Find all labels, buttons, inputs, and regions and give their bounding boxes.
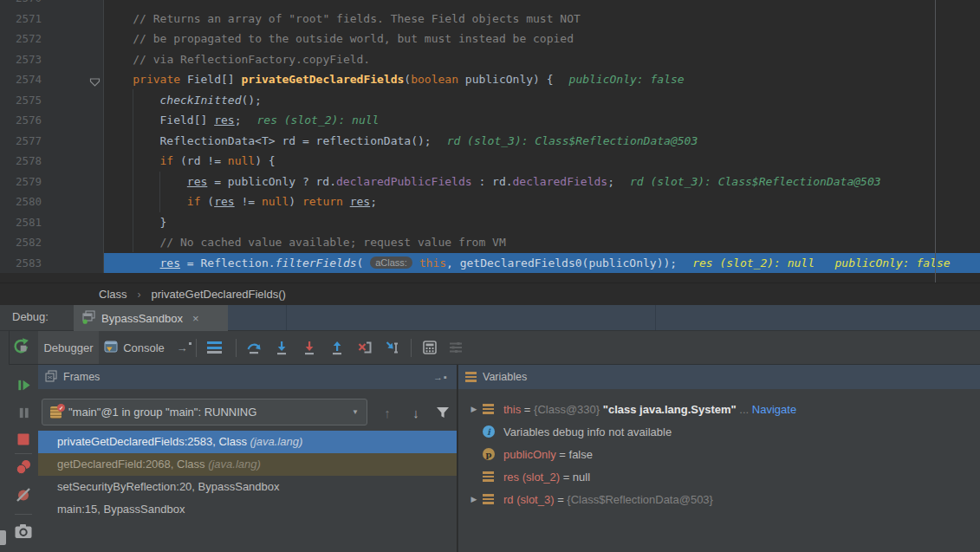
line-number[interactable]: 2573 xyxy=(16,53,42,66)
show-execution-point-icon[interactable] xyxy=(201,331,227,364)
code-line[interactable]: 2578if (rd != null) { xyxy=(0,151,980,172)
line-number[interactable]: 2571 xyxy=(16,12,42,25)
stack-frame-row[interactable]: privateGetDeclaredFields:2583, Class (ja… xyxy=(38,431,457,453)
tab-console[interactable]: Console xyxy=(99,331,170,364)
equals-sign: = xyxy=(555,493,568,506)
variables-info-row[interactable]: iVariables debug info not available xyxy=(458,420,980,443)
step-over-icon[interactable] xyxy=(243,331,265,364)
gutter[interactable]: 2579 xyxy=(0,172,104,192)
stop-icon[interactable] xyxy=(15,431,32,448)
code-line[interactable]: 2572// be propagated to the outside worl… xyxy=(0,29,980,49)
gutter[interactable]: 2571 xyxy=(0,9,104,29)
gutter[interactable]: 2573 xyxy=(0,49,104,70)
code-token: if xyxy=(187,195,201,208)
line-number[interactable]: 2576 xyxy=(16,114,42,127)
evaluate-expression-icon[interactable] xyxy=(418,331,442,364)
variable-value: {Class$ReflectionData@503} xyxy=(567,493,713,506)
gutter[interactable]: 2575 xyxy=(0,90,104,111)
line-number[interactable]: 2572 xyxy=(16,32,42,45)
view-breakpoints-icon[interactable] xyxy=(15,458,32,476)
close-icon[interactable]: × xyxy=(192,312,199,325)
code-line[interactable]: 2575checkInitted(); xyxy=(0,90,980,111)
code-token: , getDeclaredFields0(publicOnly)); xyxy=(446,257,677,270)
code-line[interactable]: 2582// No cached value available; reques… xyxy=(0,232,980,253)
stack-frame-row[interactable]: setSecurityByReflection:20, BypassSandbo… xyxy=(38,476,457,498)
breadcrumb-item-method[interactable]: privateGetDeclaredFields() xyxy=(152,288,286,301)
code-token: ( xyxy=(404,73,411,86)
navigate-link[interactable]: Navigate xyxy=(752,403,796,416)
code-line[interactable]: 2571// Returns an array of "root" fields… xyxy=(0,9,980,29)
breadcrumb-item-class[interactable]: Class xyxy=(99,288,127,301)
resume-icon[interactable] xyxy=(15,376,32,393)
stripe-partial-icon[interactable] xyxy=(0,530,6,545)
drop-frame-icon[interactable] xyxy=(354,331,376,364)
gutter[interactable]: 2572 xyxy=(0,29,104,49)
code-line[interactable]: 2573// via ReflectionFactory.copyField. xyxy=(0,49,980,70)
variable-row[interactable]: ▶this = {Class@330} "class java.lang.Sys… xyxy=(458,398,980,420)
code-token: boolean xyxy=(411,73,458,86)
code-line[interactable]: 2579res = publicOnly ? rd.declaredPublic… xyxy=(0,172,980,192)
debug-side-toolbar xyxy=(9,365,38,552)
gutter[interactable]: 2580 xyxy=(0,192,104,212)
tab-bypasssandbox[interactable]: BypassSandbox × xyxy=(74,305,228,331)
separator xyxy=(15,514,32,515)
popout-icon[interactable]: →▪ xyxy=(433,372,448,382)
gutter[interactable]: 2583 xyxy=(0,253,104,274)
code-line[interactable]: 2580if (res != null) return res; xyxy=(0,192,980,212)
code-line[interactable]: 2581} xyxy=(0,212,980,233)
fold-arrow-icon[interactable] xyxy=(89,75,101,90)
step-out-icon[interactable] xyxy=(326,331,348,364)
code-line[interactable]: 2583res = Reflection.filterFields( aClas… xyxy=(0,253,980,274)
variables-panel-header: Variables xyxy=(458,365,980,389)
line-number[interactable]: 2570 xyxy=(16,0,42,4)
line-number[interactable]: 2578 xyxy=(16,154,42,167)
code-line[interactable]: 2574private Field[] privateGetDeclaredFi… xyxy=(0,69,980,90)
debug-toolbar: Debugger Console → xyxy=(0,331,980,365)
thread-dump-camera-icon[interactable] xyxy=(15,523,32,540)
frame-down-icon[interactable]: ↓ xyxy=(406,403,425,422)
code-token: (rd != xyxy=(173,154,228,167)
gutter[interactable]: 2576 xyxy=(0,110,104,131)
rerun-button[interactable] xyxy=(7,331,35,364)
line-number[interactable]: 2581 xyxy=(16,216,42,229)
line-number[interactable]: 2577 xyxy=(16,134,42,147)
expand-arrow-icon[interactable]: ▶ xyxy=(465,495,483,503)
filter-frames-icon[interactable] xyxy=(433,403,452,422)
gutter[interactable]: 2582 xyxy=(0,232,104,253)
code-token: ( xyxy=(357,257,371,270)
code-token: declaredPublicFields xyxy=(336,175,472,188)
step-into-icon[interactable] xyxy=(270,331,293,364)
code-text: checkInitted(); xyxy=(104,94,262,107)
gutter[interactable]: 2570 xyxy=(0,0,104,9)
line-number[interactable]: 2575 xyxy=(16,94,42,107)
mute-breakpoints-icon[interactable] xyxy=(15,486,32,503)
line-number[interactable]: 2579 xyxy=(16,175,42,188)
code-line[interactable]: 2570 xyxy=(0,0,980,9)
code-editor[interactable]: 25702571// Returns an array of "root" fi… xyxy=(0,0,980,282)
variable-row[interactable]: ppublicOnly = false xyxy=(458,443,980,465)
run-to-cursor-icon[interactable] xyxy=(381,331,404,364)
gutter[interactable]: 2574 xyxy=(0,69,104,90)
variable-value: ... xyxy=(737,403,752,416)
stack-frame-row[interactable]: main:15, BypassSandbox xyxy=(38,498,457,521)
force-step-into-icon[interactable] xyxy=(298,331,321,364)
jump-to-icon[interactable]: → xyxy=(172,331,192,364)
line-number[interactable]: 2580 xyxy=(16,195,42,208)
line-number[interactable]: 2583 xyxy=(16,257,42,270)
code-token: } xyxy=(160,216,167,229)
variable-row[interactable]: ▶rd (slot_3) = {Class$ReflectionData@503… xyxy=(458,488,980,510)
variable-row[interactable]: res (slot_2) = null xyxy=(458,465,980,488)
gutter[interactable]: 2581 xyxy=(0,212,104,233)
frame-up-icon: ↑ xyxy=(378,403,397,422)
expand-arrow-icon[interactable]: ▶ xyxy=(465,405,483,413)
line-number[interactable]: 2574 xyxy=(16,73,42,86)
tab-debugger[interactable]: Debugger xyxy=(38,331,99,364)
thread-selector[interactable]: ✓ "main"@1 in group "main": RUNNING ▼ xyxy=(42,399,367,425)
variable-icon xyxy=(483,494,494,504)
code-line[interactable]: 2576Field[] res;res (slot_2): null xyxy=(0,110,980,131)
gutter[interactable]: 2578 xyxy=(0,151,104,172)
code-line[interactable]: 2577ReflectionData<T> rd = reflectionDat… xyxy=(0,131,980,152)
gutter[interactable]: 2577 xyxy=(0,131,104,152)
line-number[interactable]: 2582 xyxy=(16,236,42,249)
stack-frame-row[interactable]: getDeclaredField:2068, Class (java.lang) xyxy=(38,453,457,476)
